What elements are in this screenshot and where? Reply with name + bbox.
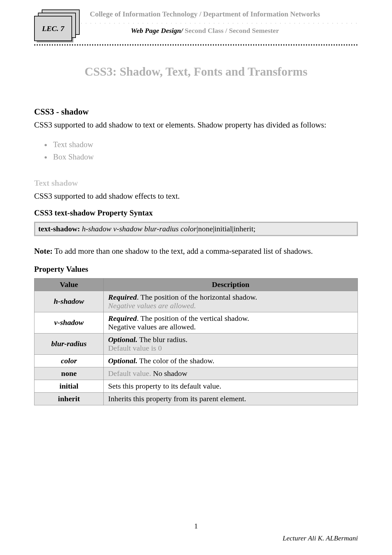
org-line: College of Information Technology / Depa… <box>52 10 358 18</box>
value-cell: color <box>34 354 104 367</box>
section-heading-shadow: CSS3 - shadow <box>34 107 358 117</box>
table-row: h-shadowRequired. The position of the ho… <box>34 291 358 312</box>
values-heading: Property Values <box>34 265 358 274</box>
subheading-text-shadow: Text shadow <box>34 178 358 188</box>
text-shadow-intro: CSS3 supported to add shadow effects to … <box>34 190 358 202</box>
table-header-description: Description <box>104 278 358 291</box>
lecture-badge: LEC. 7 <box>34 9 43 39</box>
value-cell: h-shadow <box>34 291 104 312</box>
description-cell: Default value. No shadow <box>104 367 358 380</box>
divider-dots: . . . . . . . . . . . . . . . . . . . . … <box>52 20 358 23</box>
list-item: Box Shadow <box>51 151 358 163</box>
table-row: blur-radiusOptional. The blur radius.Def… <box>34 333 358 354</box>
lecture-number: LEC. 7 <box>34 16 72 41</box>
course-line: Web Page Design/ Second Class / Second S… <box>52 27 358 35</box>
doc-header: LEC. 7 College of Information Technology… <box>34 9 358 44</box>
value-cell: blur-radius <box>34 333 104 354</box>
table-row: noneDefault value. No shadow <box>34 367 358 380</box>
table-header-value: Value <box>34 278 104 291</box>
value-cell: initial <box>34 380 104 392</box>
page-number: 1 <box>0 522 392 530</box>
description-cell: Optional. The blur radius.Default value … <box>104 333 358 354</box>
table-row: initialSets this property to its default… <box>34 380 358 392</box>
page-divider <box>34 44 358 46</box>
table-row: v-shadowRequired. The position of the ve… <box>34 312 358 333</box>
list-item: Text shadow <box>51 139 358 151</box>
description-cell: Optional. The color of the shadow. <box>104 354 358 367</box>
table-row: inheritInherits this property from its p… <box>34 392 358 405</box>
shadow-types-list: Text shadowBox Shadow <box>37 139 358 163</box>
description-cell: Required. The position of the vertical s… <box>104 312 358 333</box>
syntax-box: text-shadow: h-shadow v-shadow blur-radi… <box>34 222 358 236</box>
section-intro-shadow: CSS3 supported to add shadow to text or … <box>34 119 358 130</box>
syntax-heading: CSS3 text-shadow Property Syntax <box>34 209 358 217</box>
page-title: CSS3: Shadow, Text, Fonts and Transforms <box>34 65 358 78</box>
description-cell: Required. The position of the horizontal… <box>104 291 358 312</box>
property-values-table: Value Description h-shadowRequired. The … <box>34 278 358 405</box>
description-cell: Inherits this property from its parent e… <box>104 392 358 405</box>
value-cell: none <box>34 367 104 380</box>
lecturer-name: Lecturer Ali K. ALBermani <box>283 534 358 542</box>
value-cell: inherit <box>34 392 104 405</box>
note-para: Note: To add more than one shadow to the… <box>34 246 358 257</box>
table-row: colorOptional. The color of the shadow. <box>34 354 358 367</box>
description-cell: Sets this property to its default value. <box>104 380 358 392</box>
value-cell: v-shadow <box>34 312 104 333</box>
